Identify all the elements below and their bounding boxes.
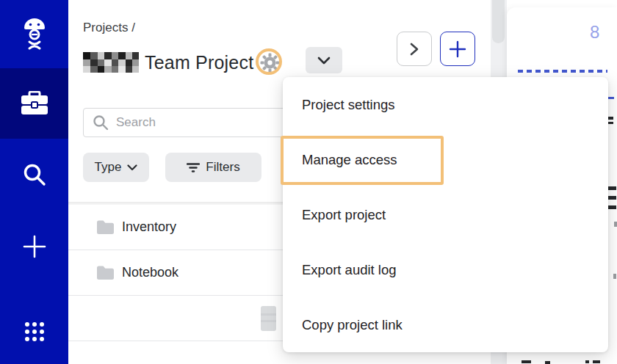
briefcase-icon <box>21 91 48 116</box>
folder-icon <box>96 219 115 235</box>
content-fragment <box>608 186 616 190</box>
filters-label: Filters <box>206 160 239 175</box>
content-fragment <box>608 196 616 200</box>
menu-item-export-audit-log[interactable]: Export audit log <box>283 242 608 297</box>
partially-hidden-row-icon <box>261 306 276 331</box>
chevron-right-icon <box>410 43 419 56</box>
filter-icon <box>187 162 200 173</box>
breadcrumb[interactable]: Projects / <box>83 21 135 35</box>
plus-icon <box>23 235 46 258</box>
vertical-scrollbar-thumb[interactable] <box>492 0 505 43</box>
sidebar-item-apps[interactable] <box>0 311 68 352</box>
type-filter-button[interactable]: Type <box>83 153 149 182</box>
project-actions-menu: Project settings Manage access Export pr… <box>283 77 608 352</box>
content-fragment <box>607 122 613 124</box>
count-badge: 8 <box>590 22 599 43</box>
project-title-row: Team Project <box>83 48 284 76</box>
clipped-text-fragment <box>593 360 600 363</box>
app-sidebar <box>0 0 68 364</box>
gear-icon <box>260 53 280 73</box>
sidebar-item-logo[interactable] <box>0 9 68 60</box>
page-title: Team Project <box>145 52 253 73</box>
plus-icon <box>449 40 466 58</box>
menu-item-copy-project-link[interactable]: Copy project link <box>283 297 608 352</box>
clipped-text-fragment <box>545 361 550 364</box>
new-item-button[interactable] <box>440 32 475 66</box>
menu-item-manage-access[interactable]: Manage access <box>283 132 608 187</box>
sidebar-item-search[interactable] <box>0 154 68 195</box>
list-item-label: Inventory <box>122 219 176 235</box>
type-filter-label: Type <box>95 160 122 175</box>
sidebar-item-create[interactable] <box>0 226 68 267</box>
content-fragment <box>614 222 617 227</box>
content-fragment <box>608 205 616 209</box>
clipped-link-fragment <box>607 97 614 99</box>
redacted-project-prefix <box>83 52 139 73</box>
content-fragment <box>613 274 616 279</box>
search-icon <box>93 114 109 131</box>
menu-item-export-project[interactable]: Export project <box>283 187 608 242</box>
apps-grid-icon <box>24 321 46 343</box>
clipped-link-text-fragment <box>518 70 607 73</box>
benchling-logo <box>18 16 51 53</box>
clipped-text-fragment <box>585 360 589 363</box>
project-settings-gear-button[interactable] <box>255 48 284 77</box>
filters-button[interactable]: Filters <box>165 153 261 182</box>
menu-item-project-settings[interactable]: Project settings <box>283 77 608 132</box>
list-item-label: Notebook <box>122 265 178 280</box>
sidebar-item-projects[interactable] <box>0 68 68 139</box>
chevron-down-icon <box>317 57 331 65</box>
clipped-text-fragment <box>522 360 531 363</box>
search-icon <box>23 163 46 186</box>
folder-icon <box>96 265 115 280</box>
chevron-down-icon <box>127 164 137 171</box>
collapse-panel-button[interactable] <box>397 32 432 66</box>
title-dropdown-button[interactable] <box>306 47 342 73</box>
